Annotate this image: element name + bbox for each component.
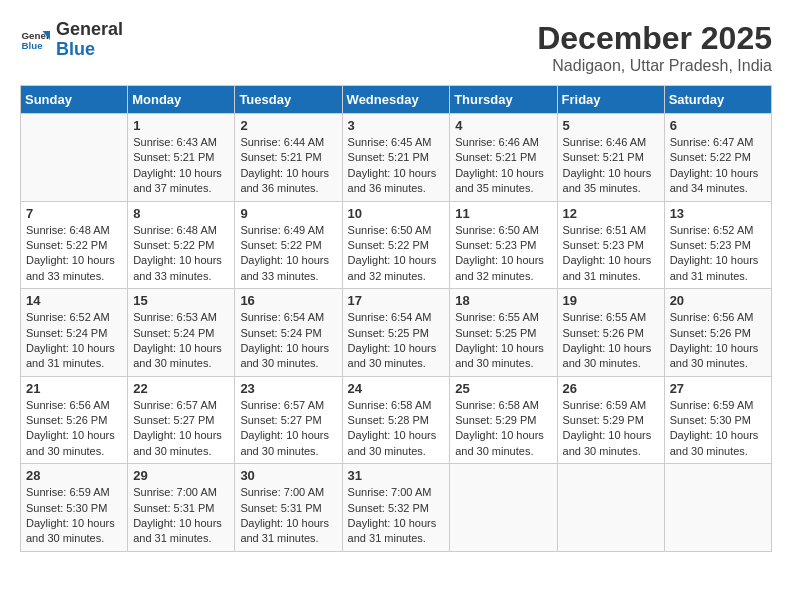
day-info: Sunrise: 6:55 AM Sunset: 5:26 PM Dayligh… <box>563 310 659 372</box>
calendar-cell: 11Sunrise: 6:50 AM Sunset: 5:23 PM Dayli… <box>450 201 557 289</box>
day-number: 31 <box>348 468 445 483</box>
day-number: 21 <box>26 381 122 396</box>
day-info: Sunrise: 6:46 AM Sunset: 5:21 PM Dayligh… <box>563 135 659 197</box>
day-info: Sunrise: 6:49 AM Sunset: 5:22 PM Dayligh… <box>240 223 336 285</box>
calendar-cell: 29Sunrise: 7:00 AM Sunset: 5:31 PM Dayli… <box>128 464 235 552</box>
calendar-cell: 1Sunrise: 6:43 AM Sunset: 5:21 PM Daylig… <box>128 114 235 202</box>
day-number: 4 <box>455 118 551 133</box>
location-title: Nadigaon, Uttar Pradesh, India <box>537 57 772 75</box>
day-number: 2 <box>240 118 336 133</box>
calendar-table: SundayMondayTuesdayWednesdayThursdayFrid… <box>20 85 772 552</box>
calendar-cell: 4Sunrise: 6:46 AM Sunset: 5:21 PM Daylig… <box>450 114 557 202</box>
day-info: Sunrise: 7:00 AM Sunset: 5:31 PM Dayligh… <box>240 485 336 547</box>
day-number: 29 <box>133 468 229 483</box>
day-info: Sunrise: 6:53 AM Sunset: 5:24 PM Dayligh… <box>133 310 229 372</box>
day-info: Sunrise: 6:59 AM Sunset: 5:29 PM Dayligh… <box>563 398 659 460</box>
calendar-week-4: 21Sunrise: 6:56 AM Sunset: 5:26 PM Dayli… <box>21 376 772 464</box>
month-title: December 2025 <box>537 20 772 57</box>
day-info: Sunrise: 6:57 AM Sunset: 5:27 PM Dayligh… <box>240 398 336 460</box>
day-info: Sunrise: 6:58 AM Sunset: 5:28 PM Dayligh… <box>348 398 445 460</box>
calendar-cell: 17Sunrise: 6:54 AM Sunset: 5:25 PM Dayli… <box>342 289 450 377</box>
calendar-body: 1Sunrise: 6:43 AM Sunset: 5:21 PM Daylig… <box>21 114 772 552</box>
calendar-cell: 13Sunrise: 6:52 AM Sunset: 5:23 PM Dayli… <box>664 201 771 289</box>
day-number: 12 <box>563 206 659 221</box>
day-info: Sunrise: 6:48 AM Sunset: 5:22 PM Dayligh… <box>26 223 122 285</box>
calendar-cell: 23Sunrise: 6:57 AM Sunset: 5:27 PM Dayli… <box>235 376 342 464</box>
calendar-cell: 7Sunrise: 6:48 AM Sunset: 5:22 PM Daylig… <box>21 201 128 289</box>
day-number: 25 <box>455 381 551 396</box>
day-info: Sunrise: 6:43 AM Sunset: 5:21 PM Dayligh… <box>133 135 229 197</box>
day-info: Sunrise: 6:54 AM Sunset: 5:24 PM Dayligh… <box>240 310 336 372</box>
day-number: 20 <box>670 293 766 308</box>
day-header-monday: Monday <box>128 86 235 114</box>
day-number: 3 <box>348 118 445 133</box>
logo: General Blue General Blue <box>20 20 123 60</box>
day-number: 27 <box>670 381 766 396</box>
calendar-cell: 31Sunrise: 7:00 AM Sunset: 5:32 PM Dayli… <box>342 464 450 552</box>
calendar-header-row: SundayMondayTuesdayWednesdayThursdayFrid… <box>21 86 772 114</box>
day-number: 9 <box>240 206 336 221</box>
day-info: Sunrise: 6:47 AM Sunset: 5:22 PM Dayligh… <box>670 135 766 197</box>
day-number: 28 <box>26 468 122 483</box>
logo-line1: General <box>56 20 123 40</box>
day-info: Sunrise: 6:58 AM Sunset: 5:29 PM Dayligh… <box>455 398 551 460</box>
day-info: Sunrise: 6:56 AM Sunset: 5:26 PM Dayligh… <box>26 398 122 460</box>
day-number: 26 <box>563 381 659 396</box>
day-number: 15 <box>133 293 229 308</box>
calendar-cell: 25Sunrise: 6:58 AM Sunset: 5:29 PM Dayli… <box>450 376 557 464</box>
day-number: 23 <box>240 381 336 396</box>
day-info: Sunrise: 6:48 AM Sunset: 5:22 PM Dayligh… <box>133 223 229 285</box>
day-info: Sunrise: 7:00 AM Sunset: 5:32 PM Dayligh… <box>348 485 445 547</box>
calendar-cell: 9Sunrise: 6:49 AM Sunset: 5:22 PM Daylig… <box>235 201 342 289</box>
calendar-cell: 30Sunrise: 7:00 AM Sunset: 5:31 PM Dayli… <box>235 464 342 552</box>
day-number: 8 <box>133 206 229 221</box>
day-number: 6 <box>670 118 766 133</box>
day-info: Sunrise: 6:54 AM Sunset: 5:25 PM Dayligh… <box>348 310 445 372</box>
calendar-cell: 24Sunrise: 6:58 AM Sunset: 5:28 PM Dayli… <box>342 376 450 464</box>
svg-text:Blue: Blue <box>22 40 44 51</box>
calendar-cell: 3Sunrise: 6:45 AM Sunset: 5:21 PM Daylig… <box>342 114 450 202</box>
calendar-cell: 2Sunrise: 6:44 AM Sunset: 5:21 PM Daylig… <box>235 114 342 202</box>
day-header-tuesday: Tuesday <box>235 86 342 114</box>
calendar-cell <box>557 464 664 552</box>
calendar-cell: 18Sunrise: 6:55 AM Sunset: 5:25 PM Dayli… <box>450 289 557 377</box>
day-number: 17 <box>348 293 445 308</box>
page-header: General Blue General Blue December 2025 … <box>20 20 772 75</box>
day-info: Sunrise: 6:51 AM Sunset: 5:23 PM Dayligh… <box>563 223 659 285</box>
calendar-cell: 28Sunrise: 6:59 AM Sunset: 5:30 PM Dayli… <box>21 464 128 552</box>
calendar-cell: 5Sunrise: 6:46 AM Sunset: 5:21 PM Daylig… <box>557 114 664 202</box>
day-info: Sunrise: 6:50 AM Sunset: 5:22 PM Dayligh… <box>348 223 445 285</box>
day-info: Sunrise: 6:50 AM Sunset: 5:23 PM Dayligh… <box>455 223 551 285</box>
calendar-cell: 27Sunrise: 6:59 AM Sunset: 5:30 PM Dayli… <box>664 376 771 464</box>
day-header-sunday: Sunday <box>21 86 128 114</box>
calendar-cell: 20Sunrise: 6:56 AM Sunset: 5:26 PM Dayli… <box>664 289 771 377</box>
day-header-thursday: Thursday <box>450 86 557 114</box>
day-info: Sunrise: 6:45 AM Sunset: 5:21 PM Dayligh… <box>348 135 445 197</box>
day-number: 11 <box>455 206 551 221</box>
day-info: Sunrise: 6:46 AM Sunset: 5:21 PM Dayligh… <box>455 135 551 197</box>
day-info: Sunrise: 6:52 AM Sunset: 5:23 PM Dayligh… <box>670 223 766 285</box>
day-number: 10 <box>348 206 445 221</box>
day-number: 18 <box>455 293 551 308</box>
calendar-week-5: 28Sunrise: 6:59 AM Sunset: 5:30 PM Dayli… <box>21 464 772 552</box>
logo-line2: Blue <box>56 40 123 60</box>
calendar-cell <box>450 464 557 552</box>
day-number: 30 <box>240 468 336 483</box>
calendar-cell: 10Sunrise: 6:50 AM Sunset: 5:22 PM Dayli… <box>342 201 450 289</box>
calendar-week-3: 14Sunrise: 6:52 AM Sunset: 5:24 PM Dayli… <box>21 289 772 377</box>
day-info: Sunrise: 6:55 AM Sunset: 5:25 PM Dayligh… <box>455 310 551 372</box>
title-section: December 2025 Nadigaon, Uttar Pradesh, I… <box>537 20 772 75</box>
day-number: 19 <box>563 293 659 308</box>
day-info: Sunrise: 6:57 AM Sunset: 5:27 PM Dayligh… <box>133 398 229 460</box>
calendar-cell: 8Sunrise: 6:48 AM Sunset: 5:22 PM Daylig… <box>128 201 235 289</box>
calendar-cell: 6Sunrise: 6:47 AM Sunset: 5:22 PM Daylig… <box>664 114 771 202</box>
day-header-wednesday: Wednesday <box>342 86 450 114</box>
calendar-cell <box>21 114 128 202</box>
day-number: 1 <box>133 118 229 133</box>
calendar-cell: 14Sunrise: 6:52 AM Sunset: 5:24 PM Dayli… <box>21 289 128 377</box>
calendar-cell: 15Sunrise: 6:53 AM Sunset: 5:24 PM Dayli… <box>128 289 235 377</box>
calendar-cell <box>664 464 771 552</box>
calendar-week-2: 7Sunrise: 6:48 AM Sunset: 5:22 PM Daylig… <box>21 201 772 289</box>
day-info: Sunrise: 6:56 AM Sunset: 5:26 PM Dayligh… <box>670 310 766 372</box>
day-number: 16 <box>240 293 336 308</box>
